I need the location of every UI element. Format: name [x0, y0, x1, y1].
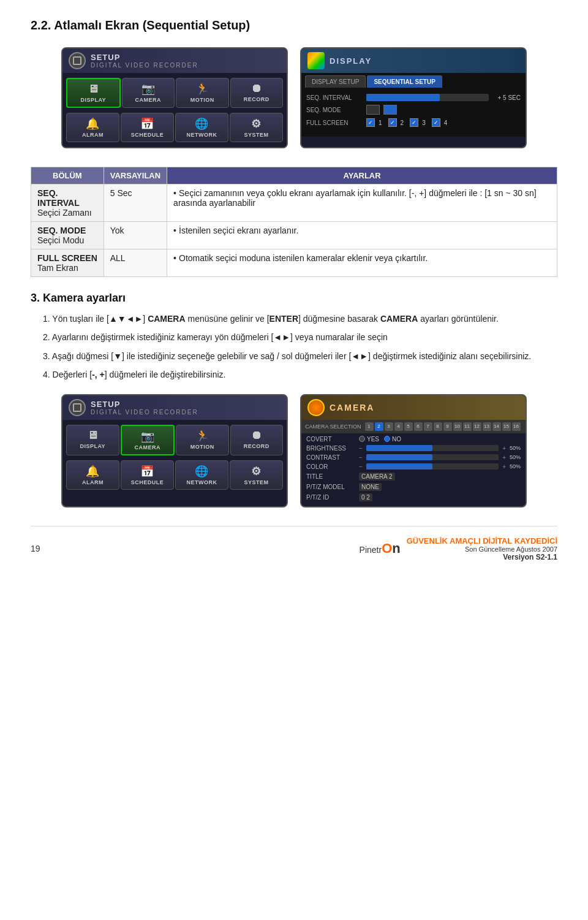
row-default-seq-mode: Yok	[104, 222, 167, 249]
menu-record[interactable]: ⏺RECORD	[230, 78, 284, 108]
footer-page-number: 19	[31, 544, 40, 553]
check-3[interactable]: ✓	[410, 118, 418, 127]
display-ui-top: DISPLAY DISPLAY SETUP SEQUENTIAL SETUP S…	[300, 47, 527, 148]
color-bar-fill	[366, 463, 432, 470]
display-title: DISPLAY	[330, 56, 372, 66]
check-2-num: 2	[401, 120, 404, 126]
setup-menu-row2: 🔔ALRAM 📅SCHEDULE 🌐NETWORK ⚙SYSTEM	[62, 110, 287, 147]
ptz-model-value[interactable]: NONE	[359, 483, 382, 491]
mode-split-active[interactable]	[383, 105, 397, 115]
brightness-minus[interactable]: −	[359, 445, 363, 452]
cam-num-16[interactable]: 16	[512, 422, 521, 431]
cam-num-11[interactable]: 11	[463, 422, 472, 431]
setup-menu-row2-bottom: 🔔ALARM 📅SCHEDULE 🌐NETWORK ⚙SYSTEM	[62, 458, 287, 495]
check-2[interactable]: ✓	[388, 118, 397, 127]
cam-num-9[interactable]: 9	[443, 422, 452, 431]
menu-system-bottom[interactable]: ⚙SYSTEM	[230, 460, 283, 490]
contrast-label: CONTRAST	[306, 454, 355, 461]
seq-mode-label: SEQ. MODE	[306, 107, 361, 113]
camera-title: CAMERA	[330, 403, 374, 412]
ptz-id-row: P/T/Z ID 0 2	[306, 493, 521, 501]
menu-motion[interactable]: 🏃MOTION	[176, 78, 229, 108]
footer-right-text: GÜVENLİK AMAÇLI DİJİTAL KAYDEDİCİ Son Gü…	[407, 536, 557, 561]
check-1[interactable]: ✓	[366, 118, 375, 127]
row-section-full-screen: FULL SCREENTam Ekran	[31, 249, 104, 277]
color-minus[interactable]: −	[359, 463, 363, 470]
cam-num-6[interactable]: 6	[414, 422, 423, 431]
setup-subtitle: DIGITAL VIDEO RECORDER	[91, 62, 198, 69]
menu-schedule[interactable]: 📅SCHEDULE	[121, 113, 174, 142]
setup-title-bottom: SETUP	[91, 400, 198, 409]
cam-num-12[interactable]: 12	[473, 422, 481, 431]
camera-rows: COVERT YES NO BRIGHTNESS −	[301, 433, 526, 506]
tab-display-setup[interactable]: DISPLAY SETUP	[305, 75, 366, 88]
menu-alram[interactable]: 🔔ALRAM	[66, 113, 119, 142]
footer-version: Versiyon S2-1.1	[407, 553, 557, 561]
ptz-model-row: P/T/Z MODEL NONE	[306, 483, 521, 491]
cam-num-13[interactable]: 13	[483, 422, 491, 431]
cam-num-7[interactable]: 7	[424, 422, 432, 431]
title-value[interactable]: CAMERA 2	[359, 473, 395, 481]
contrast-bar-fill	[366, 454, 432, 460]
display-header: DISPLAY	[301, 48, 526, 73]
menu-alarm-bottom[interactable]: 🔔ALARM	[66, 460, 119, 490]
menu-display[interactable]: 🖥DISPLAY	[66, 78, 121, 108]
cam-num-1[interactable]: 1	[365, 422, 374, 431]
section-3-heading: 3. Kamera ayarları	[31, 292, 557, 305]
cam-num-14[interactable]: 14	[492, 422, 501, 431]
covert-radio-group: YES NO	[359, 436, 401, 443]
cam-num-10[interactable]: 10	[453, 422, 462, 431]
setup-ui-top: SETUP DIGITAL VIDEO RECORDER 🖥DISPLAY 📷C…	[61, 47, 288, 148]
bottom-screenshots-row: SETUP DIGITAL VIDEO RECORDER 🖥DISPLAY 📷C…	[31, 394, 557, 508]
ptz-model-label: P/T/Z MODEL	[306, 484, 355, 490]
ptz-id-value[interactable]: 0 2	[359, 493, 372, 501]
settings-table-section: BÖLÜM VARSAYILAN AYARLAR SEQ.INTERVALSeç…	[31, 167, 557, 277]
color-label: COLOR	[306, 463, 355, 470]
menu-camera[interactable]: 📷CAMERA	[122, 78, 175, 108]
menu-record-bottom[interactable]: ⏺RECORD	[230, 425, 284, 455]
color-plus[interactable]: +	[502, 463, 506, 470]
full-screen-label: FULL SCREEN	[306, 120, 361, 126]
covert-row: COVERT YES NO	[306, 436, 521, 443]
cam-num-8[interactable]: 8	[434, 422, 442, 431]
color-pct: 50%	[510, 463, 521, 470]
menu-network[interactable]: 🌐NETWORK	[175, 113, 228, 142]
color-row: COLOR − + 50%	[306, 463, 521, 470]
menu-network-bottom[interactable]: 🌐NETWORK	[175, 460, 228, 490]
cam-num-15[interactable]: 15	[502, 422, 511, 431]
check-4-num: 4	[444, 120, 448, 126]
tab-sequential-setup[interactable]: SEQUENTIAL SETUP	[367, 75, 442, 88]
menu-system[interactable]: ⚙SYSTEM	[230, 113, 283, 142]
brightness-plus[interactable]: +	[502, 445, 506, 452]
cam-num-4[interactable]: 4	[394, 422, 403, 431]
row-desc-seq-mode: •İstenilen seçici ekranı ayarlanır.	[167, 222, 557, 249]
check-4[interactable]: ✓	[432, 118, 440, 127]
col-header-bolum: BÖLÜM	[31, 167, 104, 184]
covert-no-option[interactable]: NO	[384, 436, 401, 443]
color-bar-bg	[366, 463, 499, 470]
menu-schedule-bottom[interactable]: 📅SCHEDULE	[121, 460, 174, 490]
row-section-seq-mode: SEQ. MODESeçici Modu	[31, 222, 104, 249]
covert-yes-option[interactable]: YES	[359, 436, 379, 443]
cam-num-2[interactable]: 2	[375, 422, 383, 431]
cam-num-5[interactable]: 5	[404, 422, 413, 431]
step-2: 2. Ayarlarını değiştirmek istediğiniz ka…	[43, 330, 557, 344]
cam-num-3[interactable]: 3	[385, 422, 393, 431]
display-header-icon	[307, 52, 325, 69]
brand-logo-r: O	[382, 541, 392, 556]
mode-single[interactable]	[366, 105, 380, 115]
menu-motion-bottom[interactable]: 🏃MOTION	[176, 425, 229, 455]
footer-brand: PinetrOn GÜVENLİK AMAÇLI DİJİTAL KAYDEDİ…	[360, 536, 557, 561]
covert-yes-radio	[359, 436, 365, 442]
menu-display-bottom[interactable]: 🖥DISPLAY	[66, 425, 119, 455]
contrast-plus[interactable]: +	[502, 454, 506, 461]
display-tabs: DISPLAY SETUP SEQUENTIAL SETUP	[301, 73, 526, 88]
contrast-row: CONTRAST − + 50%	[306, 454, 521, 461]
setup-menu-row1-bottom: 🖥DISPLAY 📷CAMERA 🏃MOTION ⏺RECORD	[62, 420, 287, 458]
menu-camera-bottom[interactable]: 📷CAMERA	[121, 425, 175, 455]
contrast-minus[interactable]: −	[359, 454, 363, 461]
brand-logo: PinetrOn	[360, 541, 401, 557]
camera-ui: CAMERA CAMERA SELECTION 1 2 3 4 5 6 7 8 …	[300, 394, 527, 508]
ptz-id-label: P/T/Z ID	[306, 494, 355, 501]
row-desc-seq-interval: •Seçici zamanının veya çoklu ekranı ayar…	[167, 184, 557, 222]
